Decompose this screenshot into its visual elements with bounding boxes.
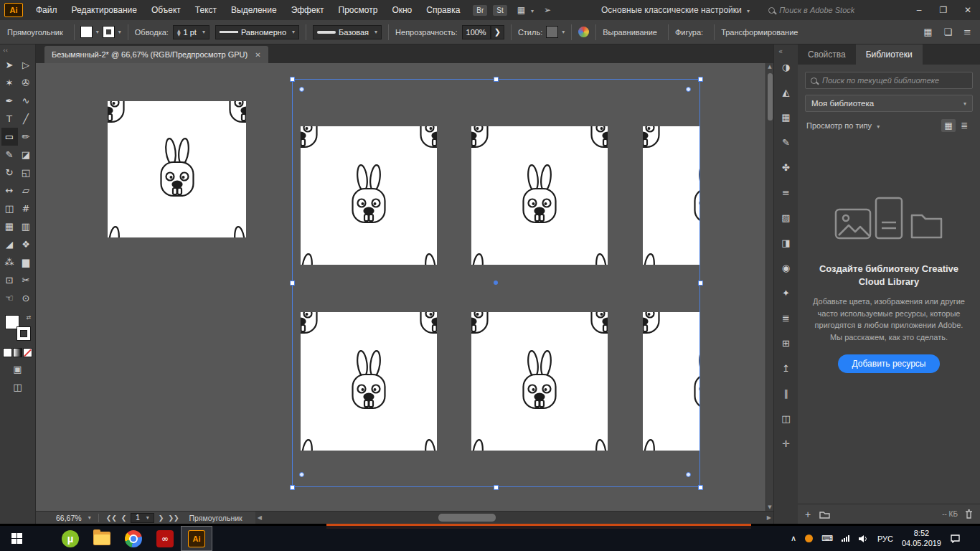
color-guide-panel-icon[interactable]: ◭ [778,83,795,100]
taskbar-creative-cloud[interactable]: ∞ [149,526,181,551]
column-graph-tool[interactable]: ▆ [18,253,34,271]
workspace-switcher[interactable]: Основные классические настройки ▾ [601,5,750,15]
color-button[interactable] [4,349,11,357]
menu-item-8[interactable]: Справка [419,0,467,20]
free-transform-tool[interactable]: ▱ [18,182,34,199]
symbols-panel-icon[interactable]: ✤ [778,159,795,176]
curvature-tool[interactable]: ∿ [18,92,34,110]
stroke-panel-icon[interactable]: ≡ [778,184,795,201]
isolate-icon[interactable]: ▦ [923,27,932,37]
selection-handle[interactable] [494,77,499,82]
gradient-panel-icon[interactable]: ▨ [778,209,795,226]
rectangle-tool[interactable]: ▭ [1,128,18,146]
tab-properties[interactable]: Свойства [798,44,856,65]
line-tool[interactable]: ╱ [18,110,34,128]
menu-item-6[interactable]: Просмотр [331,0,385,20]
artboard-tool[interactable]: ⊡ [1,271,18,289]
taskbar-chrome[interactable] [118,526,149,551]
symbol-sprayer-tool[interactable]: ⁂ [1,253,18,271]
hand-tool[interactable]: ☜ [1,289,18,307]
horizontal-scrollbar[interactable]: ◀ ▶ [255,512,773,524]
canvas-pasteboard[interactable]: ▲ ▼ [36,63,773,511]
stroke-weight-stepper[interactable]: ▲▼ 1 pt ▾ [173,25,209,39]
next-artboard-icon[interactable]: ❯ [159,514,164,522]
menu-item-5[interactable]: Эффект [284,0,331,20]
expand-panels-icon[interactable]: « [774,44,798,58]
new-library-icon[interactable]: + [805,509,811,520]
transparency-panel-icon[interactable]: ◨ [778,234,795,251]
eraser-tool[interactable]: ◪ [18,146,34,164]
menu-item-0[interactable]: Файл [29,0,65,20]
pathfinder-panel-icon[interactable]: ◫ [778,410,795,427]
transform-button[interactable]: Трансформирование [721,28,798,37]
recolor-artwork-icon[interactable] [578,27,589,37]
zoom-tool[interactable]: ⊙ [18,289,34,307]
draw-mode-icon[interactable]: ▣ [13,364,22,375]
color-panel-icon[interactable]: ◑ [778,58,795,75]
artboards-panel-icon[interactable]: ⊞ [778,334,795,352]
pencil-tool[interactable]: ✎ [1,146,18,164]
rotate-tool[interactable]: ↻ [1,164,18,182]
language-indicator[interactable]: РУС [877,534,893,543]
blend-tool[interactable]: ❖ [18,235,34,253]
panel-menu-icon[interactable]: ≡ [963,27,971,37]
list-view-icon[interactable]: ≣ [957,119,971,132]
scroll-left-icon[interactable]: ◀ [258,512,262,524]
selection-handle[interactable] [698,485,703,490]
minimize-button[interactable]: – [907,0,931,20]
shape-builder-tool[interactable]: ◫ [1,199,18,217]
pen-tool[interactable]: ✒ [1,92,18,110]
mesh-tool[interactable]: ▦ [1,217,18,235]
align-panel-icon[interactable]: ∥ [778,385,795,402]
live-corner-widget[interactable] [686,472,691,477]
dock-options-icon[interactable]: ❏ [943,27,952,37]
stepper-arrows[interactable]: ▲▼ [177,29,181,36]
live-corner-widget[interactable] [299,472,304,477]
illustrator-logo-icon[interactable]: Ai [4,3,23,17]
taskbar-utorrent[interactable]: µ [55,526,86,551]
prev-artboard-icon[interactable]: ❮ [121,514,127,522]
gradient-button[interactable] [14,349,22,357]
opacity-field[interactable]: 100% [462,25,491,39]
direct-selection-tool[interactable]: ▷ [18,56,34,74]
menu-item-7[interactable]: Окно [385,0,419,20]
library-search[interactable] [805,72,973,89]
magic-wand-tool[interactable]: ✶ [1,74,18,92]
pattern-tile[interactable] [108,101,246,237]
appearance-panel-icon[interactable]: ◉ [778,259,795,276]
none-button[interactable] [24,349,32,357]
vertical-scroll-thumb[interactable] [768,73,773,121]
restore-button[interactable]: ❐ [931,0,956,20]
new-folder-icon[interactable] [819,510,830,519]
view-by-type-dropdown[interactable]: Просмотр по типу ▾ [806,121,880,130]
fill-swatch[interactable] [81,27,92,37]
library-search-input[interactable] [822,76,967,85]
selection-handle[interactable] [290,281,295,286]
eyedropper-tool[interactable]: ◢ [1,235,18,253]
hidden-icons-chevron[interactable]: ∧ [791,534,796,543]
scroll-right-icon[interactable]: ▶ [767,512,771,524]
grid-view-icon[interactable]: ▦ [941,119,956,132]
taskbar-clock[interactable]: 8:52 04.05.2019 [902,529,941,549]
layers-panel-icon[interactable]: ≣ [778,309,795,326]
selection-handle[interactable] [494,485,499,490]
share-icon[interactable]: ➢ [544,5,551,15]
brush-dropdown[interactable]: Базовая ▾ [313,25,382,39]
scroll-up-icon[interactable]: ▲ [766,64,773,70]
brushes-panel-icon[interactable]: ✎ [778,133,795,151]
width-tool[interactable]: ↔ [1,182,18,199]
menu-item-3[interactable]: Текст [188,0,224,20]
live-corner-widget[interactable] [686,87,691,92]
vertical-scrollbar[interactable]: ▲ ▼ [765,63,773,511]
live-corner-widget[interactable] [299,87,304,92]
adobe-stock-search[interactable]: Поиск в Adobe Stock [768,6,854,14]
graphic-styles-panel-icon[interactable]: ✦ [778,284,795,301]
selection-center-point[interactable] [494,281,498,285]
bridge-button[interactable]: Br [473,5,487,16]
close-button[interactable]: ✕ [956,0,980,20]
selection-handle[interactable] [290,485,295,490]
perspective-grid-tool[interactable]: # [18,199,34,217]
first-artboard-icon[interactable]: ❮❮ [106,514,117,522]
last-artboard-icon[interactable]: ❯❯ [168,514,179,522]
taskbar-illustrator[interactable]: Ai [181,526,212,551]
